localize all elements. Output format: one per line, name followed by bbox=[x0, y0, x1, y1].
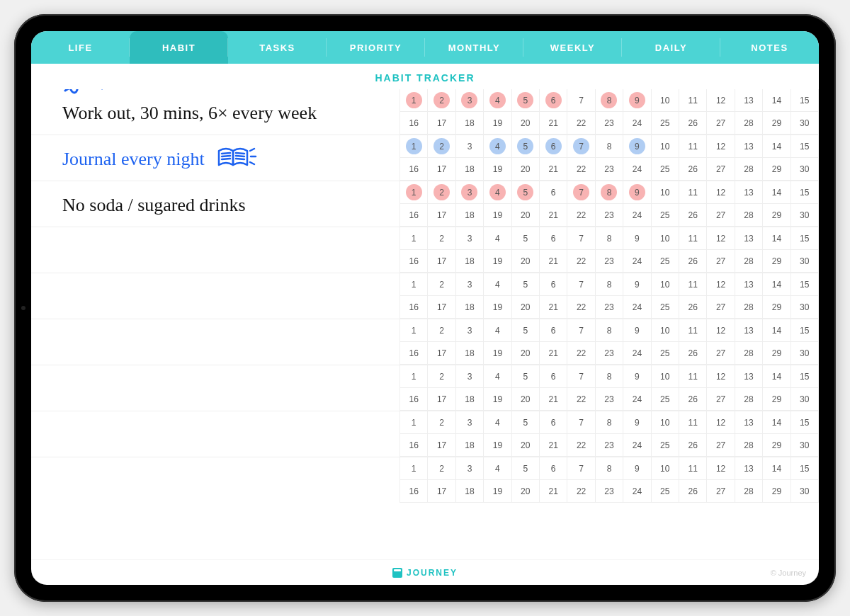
day-cell[interactable]: 4 bbox=[484, 273, 511, 296]
day-cell[interactable]: 7 bbox=[567, 457, 595, 480]
day-cell[interactable]: 5 bbox=[512, 227, 540, 250]
day-cell[interactable]: 19 bbox=[484, 112, 511, 135]
day-cell[interactable]: 16 bbox=[400, 250, 428, 273]
day-cell[interactable]: 25 bbox=[652, 342, 679, 365]
day-cell[interactable]: 25 bbox=[652, 434, 679, 457]
day-cell[interactable]: 5 bbox=[512, 319, 540, 342]
day-cell[interactable]: 23 bbox=[596, 158, 623, 181]
day-cell[interactable]: 23 bbox=[596, 480, 623, 503]
day-cell[interactable]: 22 bbox=[567, 158, 595, 181]
day-cell[interactable]: 9 bbox=[623, 411, 651, 434]
day-cell[interactable]: 17 bbox=[428, 158, 455, 181]
day-cell[interactable]: 22 bbox=[567, 296, 595, 319]
day-cell[interactable]: 23 bbox=[596, 434, 623, 457]
day-cell[interactable]: 18 bbox=[456, 204, 484, 227]
day-cell[interactable]: 15 bbox=[791, 457, 819, 480]
day-cell[interactable]: 16 bbox=[400, 204, 428, 227]
habit-label[interactable]: Journal every night bbox=[31, 135, 400, 181]
day-cell[interactable]: 10 bbox=[652, 319, 679, 342]
habit-label[interactable] bbox=[31, 365, 400, 411]
day-cell[interactable]: 30 bbox=[791, 204, 819, 227]
day-cell[interactable]: 11 bbox=[679, 273, 707, 296]
day-cell[interactable]: 19 bbox=[484, 204, 511, 227]
day-cell[interactable]: 7 bbox=[567, 411, 595, 434]
day-cell[interactable]: 15 bbox=[791, 227, 819, 250]
day-cell[interactable]: 3 bbox=[456, 365, 484, 388]
day-cell[interactable]: 17 bbox=[428, 112, 455, 135]
day-cell[interactable]: 22 bbox=[567, 434, 595, 457]
day-cell[interactable]: 6 bbox=[540, 273, 567, 296]
day-cell[interactable]: 14 bbox=[763, 135, 790, 158]
day-cell[interactable]: 17 bbox=[428, 388, 455, 411]
day-cell[interactable]: 4 bbox=[484, 365, 511, 388]
day-cell[interactable]: 5 bbox=[512, 273, 540, 296]
day-cell[interactable]: 27 bbox=[707, 204, 735, 227]
day-cell[interactable]: 6 bbox=[540, 319, 567, 342]
day-cell[interactable]: 3 bbox=[456, 411, 484, 434]
day-cell[interactable]: 4 bbox=[484, 319, 511, 342]
day-cell[interactable]: 18 bbox=[456, 342, 484, 365]
day-cell[interactable]: 1 bbox=[400, 135, 428, 158]
day-cell[interactable]: 10 bbox=[652, 411, 679, 434]
habit-label[interactable]: No soda / sugared drinks bbox=[31, 181, 400, 227]
day-cell[interactable]: 8 bbox=[596, 411, 623, 434]
day-cell[interactable]: 30 bbox=[791, 112, 819, 135]
day-cell[interactable]: 3 bbox=[456, 273, 484, 296]
day-cell[interactable]: 15 bbox=[791, 273, 819, 296]
day-cell[interactable]: 4 bbox=[484, 181, 511, 204]
day-cell[interactable]: 5 bbox=[512, 365, 540, 388]
day-cell[interactable]: 28 bbox=[735, 342, 763, 365]
day-cell[interactable]: 13 bbox=[735, 457, 763, 480]
day-cell[interactable]: 18 bbox=[456, 434, 484, 457]
day-cell[interactable]: 27 bbox=[707, 388, 735, 411]
day-cell[interactable]: 1 bbox=[400, 319, 428, 342]
day-cell[interactable]: 29 bbox=[763, 480, 790, 503]
day-cell[interactable]: 10 bbox=[652, 135, 679, 158]
habit-label[interactable] bbox=[31, 411, 400, 457]
day-cell[interactable]: 13 bbox=[735, 135, 763, 158]
day-cell[interactable]: 6 bbox=[540, 181, 567, 204]
day-cell[interactable]: 5 bbox=[512, 181, 540, 204]
day-cell[interactable]: 19 bbox=[484, 434, 511, 457]
day-cell[interactable]: 8 bbox=[596, 365, 623, 388]
day-cell[interactable]: 16 bbox=[400, 158, 428, 181]
day-cell[interactable]: 19 bbox=[484, 388, 511, 411]
day-cell[interactable]: 14 bbox=[763, 273, 790, 296]
day-cell[interactable]: 21 bbox=[540, 112, 567, 135]
day-cell[interactable]: 15 bbox=[791, 135, 819, 158]
day-cell[interactable]: 5 bbox=[512, 411, 540, 434]
day-cell[interactable]: 14 bbox=[763, 365, 790, 388]
day-cell[interactable]: 28 bbox=[735, 112, 763, 135]
habit-label[interactable] bbox=[31, 227, 400, 273]
day-cell[interactable]: 13 bbox=[735, 273, 763, 296]
day-cell[interactable]: 13 bbox=[735, 365, 763, 388]
day-cell[interactable]: 4 bbox=[484, 135, 511, 158]
day-cell[interactable]: 17 bbox=[428, 480, 455, 503]
day-cell[interactable]: 26 bbox=[679, 434, 707, 457]
day-cell[interactable]: 12 bbox=[707, 227, 735, 250]
day-cell[interactable]: 23 bbox=[596, 112, 623, 135]
day-cell[interactable]: 21 bbox=[540, 388, 567, 411]
day-cell[interactable]: 5 bbox=[512, 135, 540, 158]
day-cell[interactable]: 21 bbox=[540, 204, 567, 227]
day-cell[interactable]: 11 bbox=[679, 89, 707, 112]
day-cell[interactable]: 14 bbox=[763, 89, 790, 112]
day-cell[interactable]: 24 bbox=[623, 342, 651, 365]
day-cell[interactable]: 29 bbox=[763, 112, 790, 135]
day-cell[interactable]: 23 bbox=[596, 204, 623, 227]
day-cell[interactable]: 2 bbox=[428, 365, 455, 388]
day-cell[interactable]: 18 bbox=[456, 250, 484, 273]
day-cell[interactable]: 4 bbox=[484, 411, 511, 434]
day-cell[interactable]: 4 bbox=[484, 89, 511, 112]
day-cell[interactable]: 27 bbox=[707, 158, 735, 181]
day-cell[interactable]: 20 bbox=[512, 296, 540, 319]
day-cell[interactable]: 26 bbox=[679, 112, 707, 135]
day-cell[interactable]: 27 bbox=[707, 296, 735, 319]
day-cell[interactable]: 21 bbox=[540, 296, 567, 319]
day-cell[interactable]: 2 bbox=[428, 227, 455, 250]
day-cell[interactable]: 26 bbox=[679, 342, 707, 365]
day-cell[interactable]: 30 bbox=[791, 434, 819, 457]
day-cell[interactable]: 12 bbox=[707, 319, 735, 342]
day-cell[interactable]: 11 bbox=[679, 365, 707, 388]
day-cell[interactable]: 19 bbox=[484, 342, 511, 365]
